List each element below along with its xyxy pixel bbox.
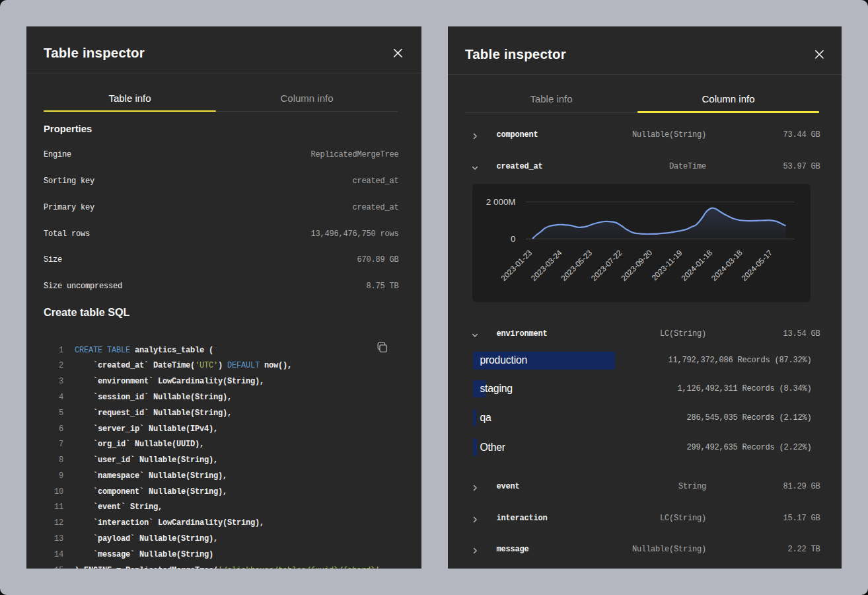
svg-text:2024-01-18: 2024-01-18	[680, 248, 715, 283]
svg-text:2 000M: 2 000M	[486, 197, 516, 207]
svg-text:2023-09-20: 2023-09-20	[620, 248, 655, 283]
svg-text:0: 0	[511, 234, 515, 244]
svg-text:2023-03-24: 2023-03-24	[529, 248, 564, 283]
svg-text:2023-07-22: 2023-07-22	[589, 248, 624, 283]
svg-text:2023-01-23: 2023-01-23	[499, 248, 534, 283]
svg-text:2024-03-18: 2024-03-18	[709, 248, 744, 283]
svg-text:2023-05-23: 2023-05-23	[560, 248, 595, 283]
svg-text:2024-05-17: 2024-05-17	[740, 248, 775, 283]
svg-text:2023-11-19: 2023-11-19	[650, 248, 684, 282]
